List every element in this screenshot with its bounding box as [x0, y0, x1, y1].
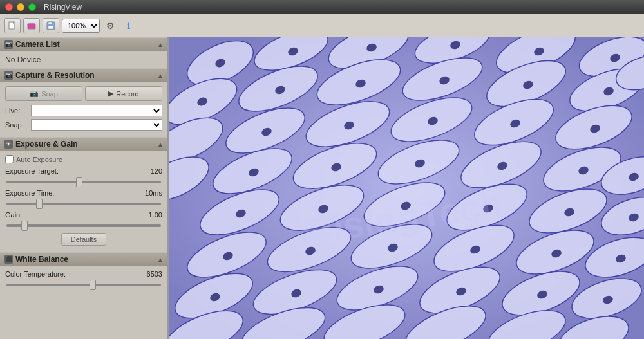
color-temp-slider[interactable]: [6, 284, 161, 286]
record-label: Record: [116, 90, 138, 98]
exposure-target-slider-row: [5, 176, 162, 185]
color-temp-value: 6503: [137, 270, 162, 278]
live-row: Live:: [5, 105, 162, 116]
capture-header[interactable]: 📷 Capture & Resolution ▲: [0, 68, 167, 82]
record-button[interactable]: ▶ Record: [85, 86, 162, 101]
toolbar: 100% 50% 150% 200% ⚙ ℹ: [0, 14, 644, 37]
auto-exposure-checkbox[interactable]: [5, 155, 14, 163]
exposure-title: Exposure & Gain: [15, 140, 155, 149]
exposure-target-value: 120: [137, 167, 162, 175]
color-temp-row: Color Temperature: 6503: [5, 270, 162, 278]
capture-icon: 📷: [4, 71, 13, 80]
svg-rect-3: [48, 22, 52, 24]
app-title: RisingView: [44, 3, 82, 12]
save-button[interactable]: [43, 18, 59, 33]
gain-slider[interactable]: [6, 224, 161, 227]
snap-field-label: Snap:: [5, 121, 31, 129]
snap-row: Snap:: [5, 119, 162, 131]
exposure-time-slider-row: [5, 198, 162, 207]
microscope-view: RisingTech: [169, 37, 644, 339]
exposure-time-slider[interactable]: [6, 203, 161, 205]
camera-list-title: Camera List: [15, 40, 155, 49]
auto-exposure-row: Auto Exposure: [5, 155, 162, 163]
exposure-target-label: Exposure Target:: [5, 167, 137, 175]
record-icon: ▶: [108, 89, 113, 98]
color-temp-label: Color Temperature:: [5, 270, 137, 278]
defaults-button[interactable]: Defaults: [61, 233, 106, 246]
exposure-time-label: Exposure Time:: [5, 189, 137, 197]
exposure-icon: ☀: [4, 140, 13, 149]
camera-list-header[interactable]: 📷 Camera List ▲: [0, 37, 167, 51]
open-button[interactable]: [23, 18, 40, 33]
live-label: Live:: [5, 107, 31, 115]
minimize-button[interactable]: [17, 3, 24, 11]
exposure-time-value: 10ms: [137, 189, 162, 197]
exposure-target-row: Exposure Target: 120: [5, 167, 162, 175]
exposure-target-slider[interactable]: [6, 181, 161, 183]
exposure-arrow: ▲: [157, 141, 164, 148]
auto-exposure-label: Auto Exposure: [16, 156, 62, 163]
snap-icon: 📷: [30, 89, 39, 98]
new-button[interactable]: [4, 18, 21, 33]
capture-buttons: 📷 Snap ▶ Record: [5, 86, 162, 101]
gain-label: Gain:: [5, 211, 137, 219]
svg-rect-1: [28, 24, 35, 29]
gain-row: Gain: 1.00: [5, 211, 162, 219]
wb-content: Color Temperature: 6503: [0, 266, 167, 296]
exposure-content: Auto Exposure Exposure Target: 120 Expos…: [0, 151, 167, 252]
image-area: RisingTech: [169, 37, 644, 339]
capture-content: 📷 Snap ▶ Record Live: Snap:: [0, 82, 167, 137]
white-balance-header[interactable]: ⬛ White Balance ▲: [0, 252, 167, 266]
camera-list-content: No Device: [0, 51, 167, 68]
zoom-select[interactable]: 100% 50% 150% 200%: [62, 19, 100, 33]
exposure-header[interactable]: ☀ Exposure & Gain ▲: [0, 137, 167, 151]
capture-title: Capture & Resolution: [15, 71, 155, 80]
svg-rect-97: [169, 37, 644, 339]
wb-title: White Balance: [15, 255, 155, 264]
left-panel: 📷 Camera List ▲ No Device 📷 Capture & Re…: [0, 37, 169, 339]
snap-button[interactable]: 📷 Snap: [5, 86, 82, 101]
wb-icon: ⬛: [4, 255, 13, 264]
defaults-label: Defaults: [71, 235, 97, 243]
info-icon[interactable]: ℹ: [120, 18, 136, 33]
gain-slider-row: [5, 220, 162, 229]
settings-icon[interactable]: ⚙: [102, 18, 118, 33]
snap-label: Snap: [41, 90, 58, 98]
exposure-time-row: Exposure Time: 10ms: [5, 189, 162, 197]
close-button[interactable]: [5, 3, 13, 11]
svg-rect-4: [48, 26, 53, 29]
camera-icon: 📷: [4, 40, 13, 49]
wb-arrow: ▲: [157, 256, 164, 263]
camera-list-arrow: ▲: [157, 41, 164, 48]
capture-arrow: ▲: [157, 72, 164, 79]
no-device-text: No Device: [5, 54, 41, 66]
color-temp-slider-row: [5, 279, 162, 288]
title-bar: RisingView: [0, 0, 644, 14]
maximize-button[interactable]: [28, 3, 36, 11]
snap-select[interactable]: [31, 119, 162, 131]
gain-value: 1.00: [137, 211, 162, 219]
live-select[interactable]: [31, 105, 162, 116]
main-layout: 📷 Camera List ▲ No Device 📷 Capture & Re…: [0, 37, 644, 339]
